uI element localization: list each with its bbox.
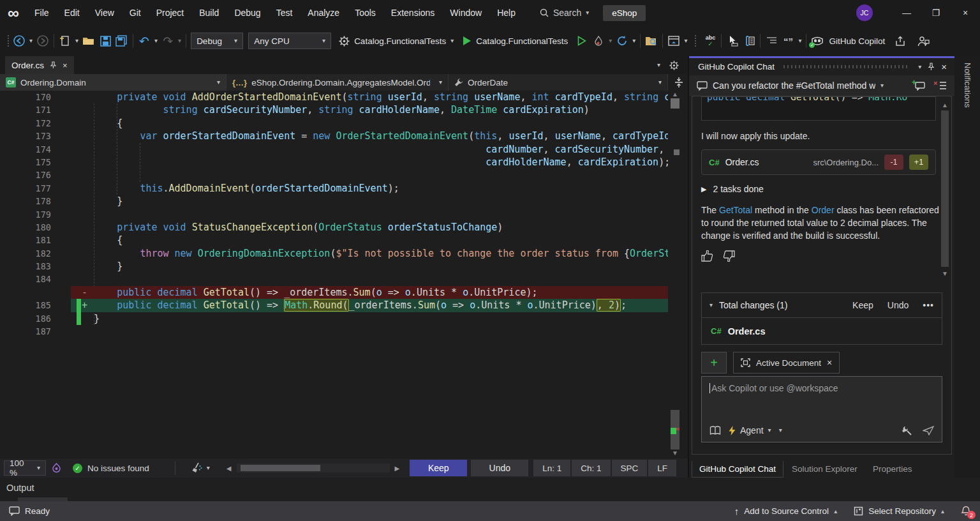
breadcrumb-project-dropdown[interactable]: C# Ordering.Domain ▾: [0, 74, 226, 91]
save-button[interactable]: [99, 33, 112, 49]
tool-tab-properties[interactable]: Properties: [866, 461, 919, 477]
comment-caret-icon[interactable]: ▾: [798, 38, 801, 44]
more-actions-icon[interactable]: •••: [923, 300, 934, 310]
code-line-185[interactable]: 185 public decimal GetTotal() => Math.Ro…: [0, 299, 668, 312]
code-line-182[interactable]: 182 throw new OrderingDomainException($"…: [0, 247, 668, 260]
new-chat-button[interactable]: +: [914, 81, 926, 91]
thumbs-down-icon[interactable]: [723, 250, 735, 262]
menu-test[interactable]: Test: [269, 5, 301, 20]
space-indicator[interactable]: SPC: [612, 460, 648, 476]
chat-scrollbar[interactable]: ▲ ▼: [940, 102, 949, 319]
copy-structure-button[interactable]: [743, 33, 755, 49]
code-line-174[interactable]: 174 cardNumber, cardSecurityNumber,: [0, 143, 668, 156]
code-line-173[interactable]: 173 var orderStartedDomainEvent = new Or…: [0, 130, 668, 142]
health-indicator-icon[interactable]: [50, 460, 63, 476]
breadcrumb-namespace-dropdown[interactable]: {…} eShop.Ordering.Domain.AggregatesMode…: [226, 74, 449, 91]
issues-indicator[interactable]: ✓ No issues found: [73, 464, 149, 473]
hscroll-right-icon[interactable]: ▶: [395, 465, 400, 472]
tool-tab-github-copilot-chat[interactable]: GitHub Copilot Chat: [692, 461, 783, 478]
comment-quotes-button[interactable]: “”: [782, 33, 794, 49]
thread-caret-icon[interactable]: ▾: [880, 82, 884, 89]
undo-all-button[interactable]: Undo: [887, 300, 909, 310]
copilot-input-box[interactable]: Ask Copilot or use @workspace Agent ▾ ▾: [701, 376, 942, 442]
keep-all-button[interactable]: Keep: [852, 300, 873, 310]
tab-order-cs[interactable]: Order.cs ×: [5, 56, 74, 74]
hscroll-left-icon[interactable]: ◀: [226, 465, 232, 472]
chip-close-icon[interactable]: ×: [827, 358, 832, 368]
format-indent-button[interactable]: [765, 33, 778, 49]
code-line-172[interactable]: 172 {: [0, 117, 668, 130]
new-file-caret-icon[interactable]: ▾: [75, 38, 78, 44]
navigate-forward-button[interactable]: [36, 33, 49, 49]
code-cleanup-button[interactable]: ▾: [191, 462, 210, 474]
menu-analyze[interactable]: Analyze: [300, 5, 347, 20]
startup-project-dropdown[interactable]: Catalog.FunctionalTests ▾: [339, 36, 454, 47]
panel-options-caret-icon[interactable]: ▾: [918, 64, 921, 70]
menu-window[interactable]: Window: [442, 5, 489, 20]
run-button[interactable]: Catalog.FunctionalTests: [463, 36, 568, 46]
start-without-debugging-button[interactable]: [575, 33, 588, 49]
code-line-178[interactable]: 178 }: [0, 195, 668, 208]
open-folder-button[interactable]: [82, 33, 95, 49]
undo-button[interactable]: ↶: [138, 33, 151, 49]
active-document-chip[interactable]: Active Document ×: [733, 352, 840, 374]
code-line-187[interactable]: 187: [0, 325, 668, 338]
notifications-side-strip[interactable]: Notifications: [954, 56, 980, 478]
editor-vertical-scrollbar[interactable]: ▲ ▼: [668, 91, 682, 458]
code-line-179[interactable]: 179: [0, 208, 668, 221]
add-to-source-control-button[interactable]: ↑ Add to Source Control ▴: [734, 506, 837, 517]
horizontal-scrollbar[interactable]: [237, 464, 390, 472]
code-line-181[interactable]: 181 {: [0, 234, 668, 246]
eol-indicator[interactable]: LF: [648, 460, 676, 476]
scrollbar-thumb[interactable]: [671, 98, 679, 109]
thumbs-up-icon[interactable]: [701, 250, 713, 262]
user-avatar[interactable]: JC: [856, 4, 873, 21]
add-context-button[interactable]: +: [701, 352, 727, 374]
toolbar-grip[interactable]: [7, 35, 10, 47]
document-list-caret-icon[interactable]: ▾: [657, 62, 660, 68]
menu-project[interactable]: Project: [149, 5, 192, 20]
minimize-button[interactable]: —: [892, 0, 921, 26]
clear-chat-button[interactable]: ×: [936, 81, 947, 90]
horizontal-scrollbar-thumb[interactable]: [241, 465, 320, 471]
chat-scrollbar-thumb[interactable]: [941, 110, 949, 267]
menu-help[interactable]: Help: [489, 5, 523, 20]
tools-icon[interactable]: [902, 426, 912, 435]
menu-extensions[interactable]: Extensions: [383, 5, 442, 20]
panel-drag-texture[interactable]: [783, 65, 909, 68]
feedback-button[interactable]: [917, 33, 930, 49]
solution-name-button[interactable]: eShop: [603, 5, 646, 21]
zoom-dropdown[interactable]: 100 % ▾: [4, 460, 46, 476]
configuration-dropdown[interactable]: Debug ▾: [191, 33, 243, 49]
save-all-button[interactable]: [115, 33, 128, 49]
tab-close-icon[interactable]: ×: [63, 61, 68, 70]
chat-code-snippet[interactable]: public decimal GetTotal() => Math.Ro: [701, 96, 936, 121]
platform-dropdown[interactable]: Any CPU ▾: [248, 33, 331, 49]
notifications-bell-button[interactable]: 2: [961, 506, 971, 517]
code-line-180[interactable]: 180 private void StatusChangeException(O…: [0, 221, 668, 234]
changed-file-card[interactable]: C# Order.cs src\Ordering.Do... -1 +1: [701, 149, 936, 175]
panel-close-icon[interactable]: ×: [941, 61, 947, 72]
restart-button[interactable]: [616, 33, 628, 49]
menu-view[interactable]: View: [87, 5, 122, 20]
line-indicator[interactable]: Ln: 1: [533, 460, 570, 476]
code-area[interactable]: 170 private void AddOrderStartedDomainEv…: [0, 91, 668, 458]
github-copilot-menu[interactable]: ✓ GitHub Copilot: [811, 35, 885, 47]
summary-link[interactable]: GetTotal: [719, 205, 752, 215]
solution-home-button[interactable]: [667, 33, 680, 49]
agent-mode-dropdown[interactable]: Agent ▾: [729, 425, 771, 435]
navigate-back-caret-icon[interactable]: ▾: [29, 38, 33, 44]
model-caret-icon[interactable]: ▾: [779, 427, 782, 434]
split-editor-handle[interactable]: [670, 74, 688, 91]
code-line-186[interactable]: 186 }: [0, 312, 668, 325]
keep-change-button[interactable]: Keep: [410, 460, 467, 476]
select-repository-button[interactable]: Select Repository ▴: [854, 506, 944, 516]
total-changes-file-row[interactable]: C# Order.cs: [702, 317, 942, 344]
maximize-button[interactable]: ❐: [921, 0, 951, 26]
code-line-170[interactable]: 170 private void AddOrderStartedDomainEv…: [0, 91, 668, 103]
menu-debug[interactable]: Debug: [226, 5, 268, 20]
search-control[interactable]: Search ▾: [540, 8, 589, 18]
code-line-175[interactable]: 175 cardHolderName, cardExpiration);: [0, 156, 668, 169]
close-button[interactable]: ×: [951, 0, 980, 26]
summary-link[interactable]: Order: [812, 205, 835, 215]
